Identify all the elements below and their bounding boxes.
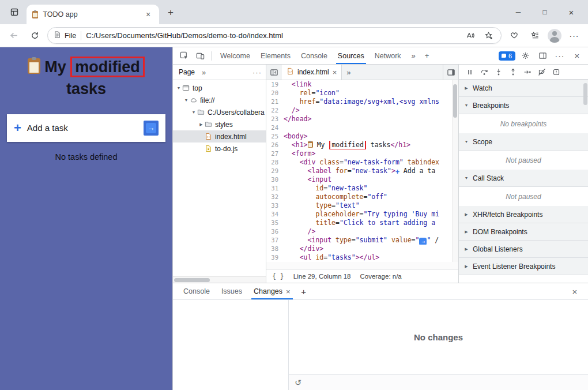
hide-navigator-icon[interactable] [266, 65, 282, 80]
code-line[interactable]: 31 id="new-task" [266, 184, 458, 193]
scrollbar-thumb[interactable] [174, 278, 210, 282]
line-number[interactable]: 25 [266, 132, 284, 141]
tab-actions-button[interactable] [6, 4, 23, 21]
line-number[interactable]: 26 [266, 141, 284, 149]
section-scope[interactable]: ▼Scope [459, 133, 588, 151]
line-number[interactable]: 37 [266, 236, 284, 245]
step-icon[interactable] [523, 68, 532, 76]
line-number[interactable]: 32 [266, 193, 284, 201]
code-line[interactable]: 19 <link [266, 80, 458, 89]
inspect-icon[interactable] [176, 49, 191, 63]
more-editor-tabs-icon[interactable]: » [342, 65, 355, 80]
pause-icon[interactable] [466, 68, 474, 76]
line-number[interactable]: 34 [266, 210, 284, 219]
close-devtools-icon[interactable]: × [570, 49, 585, 63]
tree-item-c-users-collabera[interactable]: ▼C:/Users/collabera [173, 106, 266, 118]
tree-item-styles[interactable]: ▶styles [173, 118, 266, 130]
tree-item-top[interactable]: ▼top [173, 82, 266, 94]
line-number[interactable]: 21 [266, 97, 284, 106]
code-line[interactable]: 22 /> [266, 106, 458, 115]
code-line[interactable]: 20 rel="icon" [266, 89, 458, 97]
customize-icon[interactable]: ··· [552, 49, 567, 63]
browser-essentials-icon[interactable] [506, 28, 522, 44]
browser-menu-icon[interactable]: ··· [566, 28, 582, 44]
code-editor[interactable]: 19 <link20 rel="icon"21 href="data:image… [266, 80, 458, 262]
editor-tab-index-html[interactable]: index.html × [282, 65, 342, 80]
vertical-scrollbar[interactable] [452, 80, 458, 262]
devtools-tab-network[interactable]: Network [370, 47, 406, 64]
toggle-debugger-sidebar-icon[interactable] [443, 65, 458, 80]
line-number[interactable]: 23 [266, 115, 284, 123]
editor-hscroll-strip[interactable] [266, 262, 458, 269]
more-tabs-icon[interactable]: » [408, 51, 420, 60]
section-dom-breakpoints[interactable]: ▶DOM Breakpoints [459, 223, 588, 241]
code-line[interactable]: 21 href="data:image/svg+xml,<svg xmlns [266, 97, 458, 106]
code-line[interactable]: 26 <h1> My modified tasks</h1> [266, 141, 458, 149]
code-line[interactable]: 27 <form> [266, 149, 458, 158]
tab-close-icon[interactable]: × [143, 9, 153, 20]
file-chip[interactable]: File [54, 31, 76, 40]
section-global-listeners[interactable]: ▶Global Listeners [459, 241, 588, 258]
code-line[interactable]: 28 <div class="new-task-form" tabindex [266, 158, 458, 167]
gear-icon[interactable] [518, 49, 533, 63]
favorites-hub-icon[interactable] [527, 28, 543, 44]
line-number[interactable]: 30 [266, 175, 284, 184]
minimize-button[interactable]: ─ [505, 0, 532, 24]
devtools-tab-sources[interactable]: Sources [333, 47, 370, 64]
code-line[interactable]: 25<body> [266, 132, 458, 141]
read-aloud-icon[interactable] [463, 29, 477, 43]
code-line[interactable]: 37 <input type="submit" value="→" / [266, 236, 458, 245]
step-over-icon[interactable] [480, 68, 488, 76]
code-line[interactable]: 33 type="text" [266, 201, 458, 210]
submit-task-button[interactable]: → [144, 121, 159, 136]
devtools-tab-elements[interactable]: Elements [255, 47, 296, 64]
line-number[interactable]: 19 [266, 80, 284, 89]
section-breakpoints[interactable]: ▼Breakpoints [459, 97, 588, 114]
line-number[interactable]: 35 [266, 219, 284, 227]
line-number[interactable]: 36 [266, 227, 284, 236]
close-tab-icon[interactable]: × [286, 287, 291, 296]
maximize-button[interactable]: □ [532, 0, 558, 24]
device-toolbar-icon[interactable] [193, 49, 208, 63]
drawer-tab-changes[interactable]: Changes× [248, 283, 296, 299]
line-number[interactable]: 28 [266, 158, 284, 167]
devtools-tab-welcome[interactable]: Welcome [215, 47, 255, 64]
horizontal-scrollbar[interactable] [173, 276, 266, 283]
section-xhr-fetch-breakpoints[interactable]: ▶XHR/fetch Breakpoints [459, 206, 588, 223]
close-drawer-icon[interactable]: × [566, 283, 583, 299]
browser-tab[interactable]: TODO app × [27, 5, 159, 24]
new-tab-button[interactable]: + [163, 5, 179, 21]
tree-item-index-html[interactable]: index.html [173, 130, 266, 142]
profile-avatar[interactable] [548, 29, 561, 43]
code-line[interactable]: 34 placeholder="Try typing 'Buy mi [266, 210, 458, 219]
line-number[interactable]: 31 [266, 184, 284, 193]
drawer-tab-issues[interactable]: Issues [216, 283, 248, 299]
refresh-icon[interactable] [27, 28, 43, 44]
tab-page[interactable]: Page [173, 65, 201, 80]
tree-item-to-do-js[interactable]: to-do.js [173, 142, 266, 155]
devtools-tab-console[interactable]: Console [296, 47, 333, 64]
code-line[interactable]: 29 <label for="new-task">+ Add a ta [266, 167, 458, 175]
step-into-icon[interactable] [495, 68, 503, 76]
code-line[interactable]: 38 </div> [266, 245, 458, 253]
line-number[interactable]: 39 [266, 253, 284, 262]
code-line[interactable]: 35 title="Click to start adding a [266, 219, 458, 227]
back-icon[interactable] [6, 28, 22, 44]
focus-mode-icon[interactable] [535, 49, 550, 63]
deactivate-breakpoints-icon[interactable] [538, 68, 546, 76]
add-favorite-star-icon[interactable] [481, 29, 495, 43]
section-call-stack[interactable]: ▼Call Stack [459, 170, 588, 187]
code-line[interactable]: 32 autocomplete="off" [266, 193, 458, 201]
line-number[interactable]: 24 [266, 123, 284, 132]
pretty-print-braces-icon[interactable]: { } [272, 272, 284, 280]
line-number[interactable]: 22 [266, 106, 284, 115]
issues-counter[interactable]: 6 [499, 51, 515, 61]
line-number[interactable]: 20 [266, 89, 284, 97]
add-task-label[interactable]: Add a task [27, 123, 138, 133]
revert-changes-icon[interactable]: ↺ [295, 378, 301, 387]
section-watch[interactable]: ▶Watch [459, 80, 588, 97]
scrollbar-thumb[interactable] [453, 84, 457, 118]
code-line[interactable]: 24 [266, 123, 458, 132]
code-line[interactable]: 39 <ul id="tasks"></ul> [266, 253, 458, 262]
close-window-button[interactable]: × [558, 0, 585, 24]
